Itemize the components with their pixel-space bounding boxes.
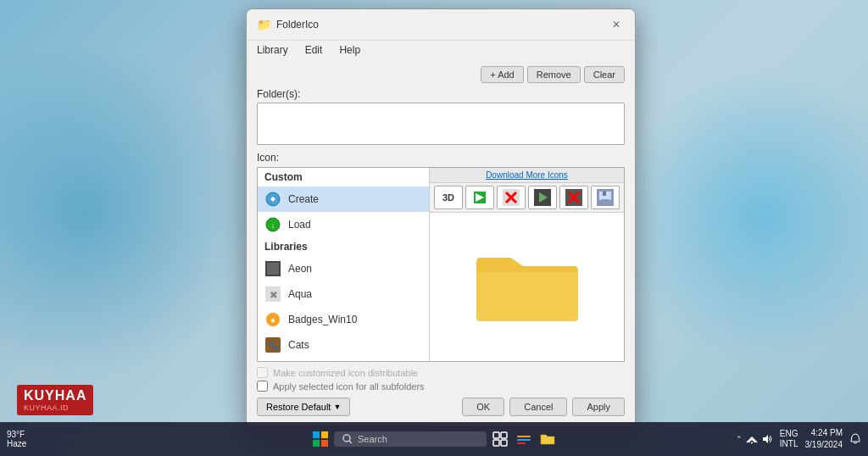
icon-preview-area [430, 213, 624, 361]
svg-rect-25 [603, 192, 606, 196]
list-item-create[interactable]: Create [258, 186, 429, 212]
cancel-button[interactable]: Cancel [509, 398, 567, 416]
aeon-icon [264, 260, 281, 277]
add-button[interactable]: + Add [481, 66, 523, 83]
libraries-category-header: Libraries [258, 237, 429, 256]
icon-list-panel: Custom Create ↓ [258, 168, 430, 361]
dialog-title-text: FolderIco [276, 19, 319, 31]
list-item-aeon[interactable]: Aeon [258, 256, 429, 281]
svg-text:★: ★ [270, 316, 276, 325]
folderico-dialog: 📁 FolderIco ✕ Library Edit Help + Add Re… [246, 8, 636, 427]
svg-rect-24 [601, 199, 609, 203]
svg-rect-32 [493, 432, 499, 438]
distributable-label: Make customized icon distributable [273, 368, 418, 378]
bg-decoration-right [614, 68, 868, 364]
subfolders-label: Apply selected icon for all subfolders [273, 381, 425, 392]
tool-save-button[interactable] [591, 186, 620, 209]
icon-preview-panel: Download More Icons 3D [430, 168, 624, 361]
system-tray: ⌃ [736, 433, 773, 445]
search-placeholder: Search [358, 434, 387, 444]
svg-rect-35 [501, 440, 507, 446]
taskview-button[interactable] [490, 429, 510, 449]
distributable-checkbox[interactable] [257, 367, 268, 378]
svg-rect-28 [313, 440, 320, 447]
clear-button[interactable]: Clear [584, 66, 625, 83]
menu-library[interactable]: Library [253, 42, 292, 58]
tool-redx-button[interactable] [497, 186, 526, 209]
svg-rect-29 [321, 440, 328, 447]
menu-help[interactable]: Help [336, 42, 364, 58]
svg-rect-34 [493, 440, 499, 446]
list-item-colors[interactable]: Colors_Win10 [258, 358, 429, 361]
download-more-link[interactable]: Download More Icons [486, 170, 568, 180]
clock[interactable]: 4:24 PM 3/19/2024 [805, 427, 843, 451]
close-button[interactable]: ✕ [608, 16, 625, 33]
svg-rect-26 [313, 431, 320, 438]
create-icon [264, 191, 281, 208]
tool-3d-button[interactable]: 3D [434, 186, 463, 209]
list-item-load[interactable]: ↓ Load [258, 212, 429, 237]
bottom-section: Make customized icon distributable Apply… [257, 362, 625, 420]
svg-point-39 [751, 442, 753, 444]
explorer-button[interactable] [537, 429, 558, 449]
start-button[interactable] [310, 429, 331, 449]
dialog-body: + Add Remove Clear Folder(s): Icon: Cust… [247, 59, 635, 426]
widgets-button[interactable] [514, 429, 534, 449]
watermark: KUYHAA KUYHAA.ID [17, 385, 93, 415]
language-indicator[interactable]: ENG INTL [780, 429, 798, 449]
create-label: Create [288, 193, 319, 205]
dialog-titlebar: 📁 FolderIco ✕ [247, 9, 635, 41]
folder-svg [468, 236, 587, 338]
tool-play-button[interactable] [528, 186, 557, 209]
taskbar-right: ⌃ ENG INTL 4:24 PM 3/19/2024 [736, 427, 861, 451]
list-item-aqua[interactable]: ✖ Aqua [258, 281, 429, 307]
clock-time: 4:24 PM [805, 427, 843, 439]
watermark-line2: KUYHAA.ID [24, 403, 86, 412]
dialog-title: 📁 FolderIco [257, 18, 319, 31]
svg-line-31 [349, 441, 352, 443]
svg-text:🐾: 🐾 [269, 341, 279, 351]
svg-text:✖: ✖ [270, 290, 277, 300]
menu-edit[interactable]: Edit [302, 42, 326, 58]
main-toolbar: + Add Remove Clear [257, 66, 625, 83]
list-item-cats[interactable]: 🐾 Cats [258, 332, 429, 358]
bg-decoration-left [0, 42, 254, 381]
ok-button[interactable]: OK [462, 398, 504, 416]
subfolders-checkbox-row: Apply selected icon for all subfolders [257, 381, 625, 392]
tray-chevron[interactable]: ⌃ [736, 435, 743, 443]
taskbar-center: Search [310, 429, 558, 449]
taskbar-left: 93°F Haze [7, 430, 26, 448]
network-icon[interactable] [746, 433, 758, 445]
apply-button[interactable]: Apply [572, 398, 625, 416]
watermark-line1: KUYHAA [24, 388, 86, 403]
cats-icon: 🐾 [264, 336, 281, 353]
folder-title-icon: 📁 [257, 18, 271, 31]
search-icon [342, 434, 353, 444]
svg-rect-33 [501, 432, 507, 438]
folders-input[interactable] [257, 103, 625, 145]
folders-label: Folder(s): [257, 88, 625, 100]
tool-darkx-button[interactable] [559, 186, 588, 209]
restore-dropdown-icon[interactable]: ▼ [333, 403, 341, 411]
svg-rect-4 [267, 263, 279, 275]
aqua-icon: ✖ [264, 286, 281, 303]
load-icon: ↓ [264, 216, 281, 233]
aeon-label: Aeon [288, 263, 312, 275]
load-label: Load [288, 219, 311, 231]
svg-rect-36 [517, 436, 531, 437]
weather-widget[interactable]: 93°F Haze [7, 430, 26, 448]
tool-flag-button[interactable] [465, 186, 494, 209]
subfolders-checkbox[interactable] [257, 381, 268, 392]
search-bar[interactable]: Search [334, 431, 487, 447]
notification-icon[interactable] [849, 433, 861, 445]
weather-cond: Haze [7, 439, 26, 448]
action-buttons: OK Cancel Apply [462, 398, 625, 416]
restore-default-button[interactable]: Restore Default ▼ [257, 398, 350, 416]
remove-button[interactable]: Remove [527, 66, 581, 83]
svg-rect-27 [321, 431, 328, 438]
volume-icon[interactable] [761, 433, 773, 445]
bottom-buttons: Restore Default ▼ OK Cancel Apply [257, 394, 625, 416]
list-item-badges[interactable]: ★ Badges_Win10 [258, 307, 429, 332]
taskbar: 93°F Haze Search [0, 422, 868, 456]
aqua-label: Aqua [288, 288, 312, 300]
